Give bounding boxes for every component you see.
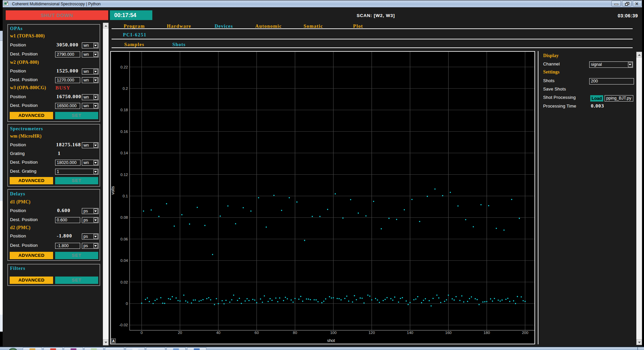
svg-text:0.08: 0.08	[121, 215, 128, 219]
svg-text:0.12: 0.12	[121, 173, 128, 177]
svg-text:0.18: 0.18	[121, 108, 128, 112]
svg-text:0: 0	[141, 331, 143, 335]
svg-text:100: 100	[330, 331, 336, 335]
svg-text:200: 200	[522, 331, 528, 335]
svg-text:0: 0	[126, 302, 128, 306]
svg-text:0.2: 0.2	[123, 86, 128, 91]
svg-text:40: 40	[216, 331, 220, 335]
svg-text:180: 180	[484, 331, 490, 335]
svg-text:-0.02: -0.02	[119, 323, 128, 327]
svg-text:0.22: 0.22	[121, 65, 128, 69]
svg-text:0.1: 0.1	[123, 194, 128, 198]
svg-text:140: 140	[407, 331, 413, 335]
svg-text:0.16: 0.16	[121, 130, 128, 134]
svg-text:volts: volts	[111, 186, 115, 195]
svg-text:160: 160	[445, 331, 452, 335]
svg-text:120: 120	[368, 331, 375, 335]
svg-text:60: 60	[255, 331, 259, 335]
svg-text:0.04: 0.04	[121, 258, 128, 262]
svg-text:20: 20	[178, 331, 182, 335]
svg-text:80: 80	[293, 331, 297, 335]
svg-text:0.14: 0.14	[121, 151, 128, 155]
svg-text:0.06: 0.06	[121, 237, 128, 241]
svg-text:A: A	[112, 339, 115, 343]
svg-text:0.02: 0.02	[121, 280, 128, 284]
svg-text:shot: shot	[327, 338, 335, 343]
